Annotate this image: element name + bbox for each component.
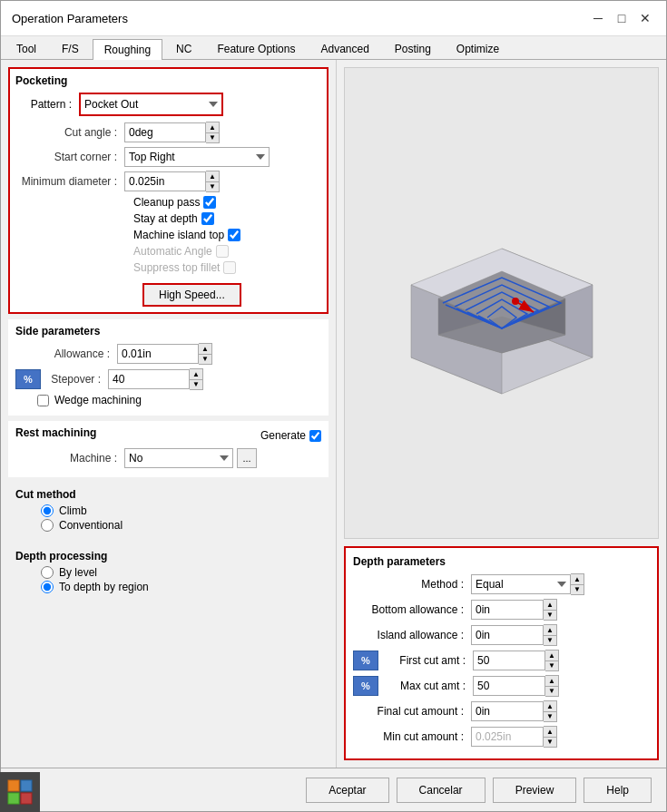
min-diameter-up[interactable]: ▲: [206, 171, 219, 181]
svg-rect-12: [21, 780, 32, 791]
min-diameter-input[interactable]: [124, 171, 206, 191]
machine-browse-button[interactable]: ...: [237, 448, 257, 468]
method-select[interactable]: Equal Constant Variable: [471, 574, 571, 594]
cleanup-pass-checkbox[interactable]: [203, 196, 216, 209]
automatic-angle-checkbox[interactable]: [216, 245, 229, 258]
tab-nc[interactable]: NC: [164, 38, 203, 59]
bottom-bar: Aceptar Cancelar Preview Help: [1, 768, 666, 811]
first-cut-spinner: ▲ ▼: [545, 650, 559, 671]
tab-feature-options[interactable]: Feature Options: [205, 38, 307, 59]
first-cut-down[interactable]: ▼: [545, 660, 558, 670]
aceptar-button[interactable]: Aceptar: [306, 778, 388, 803]
start-corner-label: Start corner :: [15, 151, 124, 163]
automatic-angle-label[interactable]: Automatic Angle: [133, 245, 229, 258]
max-cut-label: Max cut amt :: [382, 680, 473, 692]
allowance-down[interactable]: ▼: [199, 354, 211, 364]
stepover-up[interactable]: ▲: [190, 369, 202, 379]
method-down[interactable]: ▼: [571, 584, 584, 594]
start-corner-row: Start corner : Top Right Top Left Bottom…: [15, 147, 321, 167]
suppress-top-fillet-label[interactable]: Suppress top fillet: [133, 261, 236, 274]
max-cut-up[interactable]: ▲: [545, 676, 558, 686]
start-corner-select[interactable]: Top Right Top Left Bottom Right Bottom L…: [124, 147, 270, 167]
maximize-button[interactable]: □: [612, 8, 632, 28]
first-cut-up[interactable]: ▲: [545, 651, 558, 660]
cleanup-pass-row: Cleanup pass: [15, 196, 321, 209]
max-cut-percent-button[interactable]: %: [353, 676, 378, 696]
tab-fs[interactable]: F/S: [50, 38, 91, 59]
min-cut-up[interactable]: ▲: [544, 727, 556, 737]
cancelar-button[interactable]: Cancelar: [397, 778, 486, 803]
stay-at-depth-checkbox[interactable]: [201, 212, 214, 225]
tab-posting[interactable]: Posting: [383, 38, 443, 59]
bottom-allow-spinner: ▲ ▼: [544, 599, 557, 621]
conventional-label: Conventional: [59, 519, 123, 532]
stay-at-depth-label[interactable]: Stay at depth: [133, 212, 214, 225]
allowance-input[interactable]: [117, 344, 199, 364]
island-allow-input[interactable]: [471, 625, 544, 645]
cleanup-pass-label[interactable]: Cleanup pass: [133, 196, 216, 209]
cut-angle-up[interactable]: ▲: [206, 122, 219, 132]
tab-optimize[interactable]: Optimize: [445, 38, 511, 59]
stepover-percent-button[interactable]: %: [15, 369, 41, 389]
final-cut-input[interactable]: [471, 701, 544, 721]
to-depth-radio[interactable]: [41, 581, 54, 593]
min-diameter-down[interactable]: ▼: [206, 181, 219, 191]
min-cut-spinner: ▲ ▼: [544, 726, 557, 748]
bottom-allow-input[interactable]: [471, 600, 544, 620]
side-params-section: Side parameters Allowance : ▲ ▼ %: [8, 319, 329, 416]
to-depth-label: To depth by region: [59, 581, 149, 593]
wedge-label[interactable]: Wedge machining: [37, 394, 329, 406]
final-cut-spinner: ▲ ▼: [544, 700, 557, 722]
min-cut-label: Min cut amount :: [353, 730, 471, 743]
svg-rect-13: [8, 793, 19, 804]
first-cut-percent-button[interactable]: %: [353, 651, 378, 670]
tab-tool[interactable]: Tool: [5, 38, 48, 59]
pattern-select[interactable]: Pocket Out Pocket In Zigzag Spiral: [81, 94, 221, 114]
min-cut-input[interactable]: [471, 727, 544, 747]
help-button[interactable]: Help: [584, 778, 652, 803]
min-cut-down[interactable]: ▼: [544, 737, 556, 747]
machine-island-top-label[interactable]: Machine island top: [133, 229, 240, 241]
side-params-title: Side parameters: [8, 325, 329, 338]
allowance-up[interactable]: ▲: [199, 344, 211, 354]
stepover-row: % Stepover : ▲ ▼: [8, 368, 329, 390]
stepover-label: Stepover :: [44, 373, 108, 386]
stepover-down[interactable]: ▼: [190, 379, 202, 389]
window-controls: ─ □ ✕: [588, 8, 655, 28]
climb-row: Climb: [15, 504, 321, 517]
tab-roughing[interactable]: Roughing: [93, 39, 162, 60]
island-allow-up[interactable]: ▲: [544, 625, 556, 635]
allowance-input-group: ▲ ▼: [117, 343, 212, 365]
stepover-input[interactable]: [108, 369, 190, 389]
bottom-allow-up[interactable]: ▲: [544, 600, 556, 610]
machine-select[interactable]: No Yes Auto: [124, 448, 233, 468]
tab-advanced[interactable]: Advanced: [309, 38, 380, 59]
island-allow-spinner: ▲ ▼: [544, 624, 557, 646]
minimize-button[interactable]: ─: [588, 8, 608, 28]
max-cut-down[interactable]: ▼: [545, 686, 558, 696]
machine-row: Machine : No Yes Auto ...: [15, 448, 321, 468]
generate-label[interactable]: Generate: [260, 429, 321, 442]
high-speed-button[interactable]: High Speed...: [142, 283, 241, 307]
wedge-checkbox[interactable]: [37, 395, 49, 406]
island-allow-down[interactable]: ▼: [544, 635, 556, 645]
final-cut-down[interactable]: ▼: [544, 711, 556, 721]
final-cut-up[interactable]: ▲: [544, 701, 556, 711]
max-cut-input[interactable]: [473, 676, 545, 696]
first-cut-input[interactable]: [473, 651, 545, 670]
close-button[interactable]: ✕: [635, 8, 655, 28]
generate-checkbox[interactable]: [309, 430, 321, 442]
climb-radio[interactable]: [41, 504, 54, 517]
conventional-radio[interactable]: [41, 519, 54, 532]
left-panel: Pocketing Pattern : Pocket Out Pocket In…: [1, 60, 337, 768]
suppress-top-fillet-checkbox[interactable]: [223, 261, 236, 274]
by-level-radio[interactable]: [41, 566, 54, 579]
cut-angle-down[interactable]: ▼: [206, 132, 219, 142]
preview-button[interactable]: Preview: [493, 778, 577, 803]
depth-proc-title: Depth processing: [15, 550, 321, 563]
automatic-angle-row: Automatic Angle: [15, 245, 321, 258]
method-up[interactable]: ▲: [571, 574, 584, 584]
bottom-allow-down[interactable]: ▼: [544, 610, 556, 620]
cut-angle-input[interactable]: [124, 122, 206, 142]
machine-island-top-checkbox[interactable]: [228, 229, 240, 241]
